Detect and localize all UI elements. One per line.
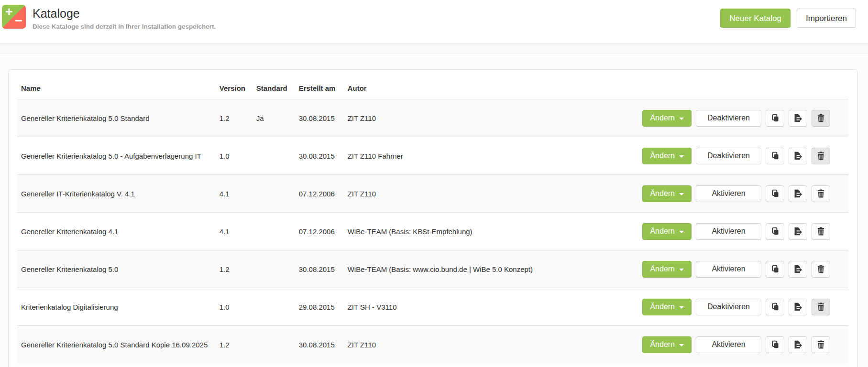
catalog-version: 1.0 xyxy=(216,137,253,175)
copy-button[interactable] xyxy=(766,223,784,240)
delete-button[interactable] xyxy=(812,336,830,353)
minus-glyph: − xyxy=(15,13,22,28)
activate-button[interactable]: Aktivieren xyxy=(696,261,761,278)
caret-down-icon xyxy=(679,269,684,271)
copy-button[interactable] xyxy=(766,148,784,164)
change-dropdown-button[interactable]: Ändern xyxy=(642,110,692,127)
deactivate-button[interactable]: Deaktivieren xyxy=(696,110,761,127)
activate-button[interactable]: Aktivieren xyxy=(696,336,761,353)
catalog-table: Name Version Standard Erstellt am Autor … xyxy=(17,74,848,364)
catalog-name: Genereller Kriterienkatalog 4.1 xyxy=(17,213,216,250)
file-export-icon xyxy=(793,151,802,160)
row-actions: Ändern Aktivieren xyxy=(642,261,845,278)
table-row: Genereller Kriterienkatalog 5.0 - Aufgab… xyxy=(17,137,848,175)
catalog-standard xyxy=(253,326,295,364)
trash-icon xyxy=(817,151,825,160)
catalog-author: ZIT Z110 xyxy=(344,326,639,364)
row-actions: Ändern Deaktivieren xyxy=(642,299,845,315)
row-actions: Ändern Deaktivieren xyxy=(642,148,845,164)
table-row: Genereller Kriterienkatalog 5.0 Standard… xyxy=(17,99,848,137)
trash-icon xyxy=(817,302,825,311)
copy-icon xyxy=(771,265,780,273)
change-button-label: Ändern xyxy=(650,152,675,160)
change-dropdown-button[interactable]: Ändern xyxy=(642,261,692,278)
caret-down-icon xyxy=(679,193,684,195)
catalog-author: ZIT Z110 xyxy=(344,99,639,137)
catalog-standard xyxy=(253,288,295,326)
catalog-name: Genereller Kriterienkatalog 5.0 Standard… xyxy=(17,326,216,364)
delete-button[interactable] xyxy=(812,110,830,127)
delete-button[interactable] xyxy=(812,261,830,278)
catalog-name: Genereller Kriterienkatalog 5.0 Standard xyxy=(17,99,216,137)
catalog-version: 1.2 xyxy=(216,326,253,364)
deactivate-button[interactable]: Deaktivieren xyxy=(696,299,761,315)
catalog-created-date: 29.08.2015 xyxy=(295,288,344,326)
delete-button[interactable] xyxy=(812,223,830,240)
column-header-author: Autor xyxy=(344,74,639,99)
trash-icon xyxy=(817,114,825,122)
column-header-version: Version xyxy=(216,74,253,99)
copy-icon xyxy=(771,227,780,236)
export-button[interactable] xyxy=(789,110,807,127)
catalog-created-date: 30.08.2015 xyxy=(295,137,344,175)
catalog-created-date: 07.12.2006 xyxy=(295,213,344,250)
new-catalog-button[interactable]: Neuer Katalog xyxy=(720,9,791,28)
change-button-label: Ändern xyxy=(650,341,675,348)
export-button[interactable] xyxy=(789,261,807,278)
caret-down-icon xyxy=(679,155,684,158)
copy-button[interactable] xyxy=(766,336,784,353)
change-dropdown-button[interactable]: Ändern xyxy=(642,148,692,164)
change-button-label: Ändern xyxy=(650,227,675,235)
activate-button[interactable]: Aktivieren xyxy=(696,185,761,202)
change-dropdown-button[interactable]: Ändern xyxy=(642,185,692,202)
catalog-created-date: 30.08.2015 xyxy=(295,250,344,288)
table-row: Genereller Kriterienkatalog 5.0 Standard… xyxy=(17,326,848,364)
caret-down-icon xyxy=(679,231,684,233)
catalog-card: Name Version Standard Erstellt am Autor … xyxy=(8,69,857,367)
copy-button[interactable] xyxy=(766,261,784,278)
export-button[interactable] xyxy=(789,223,807,240)
file-export-icon xyxy=(793,227,802,236)
change-dropdown-button[interactable]: Ändern xyxy=(642,336,692,353)
copy-button[interactable] xyxy=(766,299,784,315)
catalog-standard: Ja xyxy=(253,99,295,137)
copy-button[interactable] xyxy=(766,185,784,202)
copy-icon xyxy=(771,340,780,349)
import-button[interactable]: Importieren xyxy=(797,9,856,28)
catalog-author: WiBe-TEAM (Basis: KBSt-Empfehlung) xyxy=(344,213,639,250)
catalog-created-date: 30.08.2015 xyxy=(295,326,344,364)
catalog-version: 1.2 xyxy=(216,250,253,288)
table-header-row: Name Version Standard Erstellt am Autor xyxy=(17,74,848,99)
table-row: Genereller Kriterienkatalog 5.0 1.2 30.0… xyxy=(17,250,848,288)
file-export-icon xyxy=(793,265,802,273)
change-dropdown-button[interactable]: Ändern xyxy=(642,223,692,240)
table-row: Genereller Kriterienkatalog 4.1 4.1 07.1… xyxy=(17,213,848,250)
column-header-created: Erstellt am xyxy=(295,74,344,99)
column-header-actions xyxy=(638,74,848,99)
caret-down-icon xyxy=(679,118,684,120)
activate-button[interactable]: Aktivieren xyxy=(696,223,761,240)
app-logo-icon: + − xyxy=(2,5,26,29)
deactivate-button[interactable]: Deaktivieren xyxy=(696,148,761,164)
export-button[interactable] xyxy=(789,148,807,164)
delete-button[interactable] xyxy=(812,299,830,315)
change-dropdown-button[interactable]: Ändern xyxy=(642,299,692,315)
change-button-label: Ändern xyxy=(650,303,675,311)
sub-bar-divider xyxy=(0,43,868,54)
change-button-label: Ändern xyxy=(650,114,675,122)
page-header: + − Kataloge Diese Kataloge sind derzeit… xyxy=(0,0,868,43)
table-row: Genereller IT-Kriterienkatalog V. 4.1 4.… xyxy=(17,175,848,213)
export-button[interactable] xyxy=(789,299,807,315)
export-button[interactable] xyxy=(789,336,807,353)
copy-icon xyxy=(771,114,780,122)
copy-button[interactable] xyxy=(766,110,784,127)
trash-icon xyxy=(817,227,825,236)
file-export-icon xyxy=(793,189,802,198)
row-actions: Ändern Deaktivieren xyxy=(642,110,845,127)
export-button[interactable] xyxy=(789,185,807,202)
copy-icon xyxy=(771,189,780,198)
table-row: Kriterienkatalog Digitalisierung 1.0 29.… xyxy=(17,288,848,326)
delete-button[interactable] xyxy=(812,148,830,164)
delete-button[interactable] xyxy=(812,185,830,202)
page-title: Kataloge xyxy=(33,7,216,21)
